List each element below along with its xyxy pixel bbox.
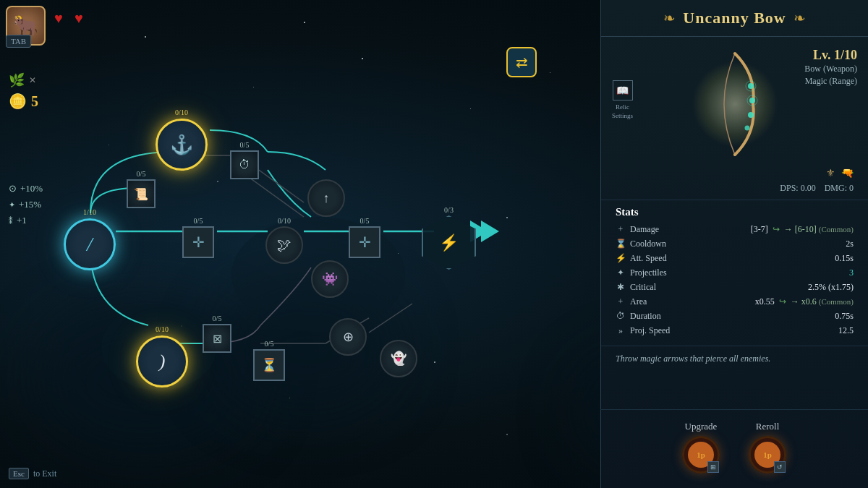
health-bar: ♥ ♥ <box>54 10 90 25</box>
upgrade-button[interactable]: 1p ⊞ <box>682 436 720 474</box>
leaf-currency: 🌿 ✕ <box>9 72 38 88</box>
node-center-cross1-label: 0/5 <box>194 217 203 225</box>
relic-settings-button[interactable]: 📖 RelicSettings <box>612 80 633 120</box>
node-bot-square[interactable]: 0/5 ⊠ <box>203 314 231 353</box>
upgrade-btn-icon: ⊞ <box>707 461 719 473</box>
node-top-clock-square[interactable]: ⏱ <box>230 150 259 179</box>
weapon-icons-row: ⚜ 🔫 <box>601 167 868 179</box>
node-bot-med1[interactable]: ⊕ <box>329 318 367 356</box>
node-center-cross2-square[interactable]: ✛ <box>349 226 380 258</box>
node-bot-square-shape[interactable]: ⊠ <box>203 324 231 353</box>
stat-row-projspeed: » Proj. Speed 12.5 <box>616 325 854 336</box>
ornament-left: ❧ <box>663 9 676 27</box>
node-top-large[interactable]: 0/10 ⚓ <box>156 108 208 171</box>
weapon-icon-1: ⚜ <box>826 167 835 179</box>
node-hex-shape[interactable]: ⚡ <box>422 215 476 270</box>
stat-row-critical: ✱ Critical 2.5% (x1.75) <box>616 282 854 293</box>
node-bot-med2[interactable]: 👻 <box>380 340 417 377</box>
node-center-cross1-square[interactable]: ✛ <box>182 226 214 258</box>
weapon-type: Bow (Weapon) Magic (Range) <box>804 63 857 87</box>
svg-point-16 <box>748 112 754 118</box>
node-bot-large-label: 0/10 <box>156 325 169 333</box>
weapon-icon-2: 🔫 <box>841 167 854 179</box>
stat-area-value: x0.55 <box>755 296 775 307</box>
speed-icon: ✦ <box>9 197 15 213</box>
node-top-large-label: 0/10 <box>175 108 188 116</box>
stat-damage-name: Damage <box>630 224 659 235</box>
node-bot-large-circle[interactable]: ) <box>136 335 188 388</box>
node-bot-large[interactable]: 0/10 ) <box>136 325 188 388</box>
leaf-icon: 🌿 <box>9 72 25 88</box>
currency-area: 🌿 ✕ 🪙 5 <box>9 72 38 114</box>
node-top-arrow-circle[interactable]: ↑ <box>307 179 345 217</box>
node-top-scroll-square[interactable]: 📜 <box>127 179 156 208</box>
stats-section: Stats + Damage [3-7] ↪ → [6-10] (Common)… <box>601 200 868 346</box>
weapon-title: Uncanny Bow <box>683 9 786 27</box>
projspeed-icon: » <box>616 325 626 336</box>
node-top-clock-label: 0/5 <box>240 141 250 149</box>
bottom-buttons: Upgrade 1p ⊞ Reroll 1p ↺ <box>600 409 868 474</box>
esc-hint: Esc to Exit <box>9 468 56 479</box>
node-center-cross2-label: 0/5 <box>360 217 370 225</box>
esc-key[interactable]: Esc <box>9 468 29 479</box>
stat-row-damage: + Damage [3-7] ↪ → [6-10] (Common) <box>616 224 854 235</box>
tab-button[interactable]: TAB <box>6 35 31 48</box>
panel-header: ❧ Uncanny Bow ❧ <box>601 0 868 37</box>
left-panel: 🐂 ♥ ♥ TAB 🌿 ✕ 🪙 5 ⊙ +10% ✦ +15% ⁑ +1 <box>0 0 604 488</box>
critical-icon: ✱ <box>616 282 626 293</box>
node-bot-cross[interactable]: 0/5 ⏳ <box>253 340 285 381</box>
stat-area-name: Area <box>630 296 647 307</box>
reroll-button-group: Reroll 1p ↺ <box>749 421 786 474</box>
node-bot-cross-shape[interactable]: ⏳ <box>253 349 285 381</box>
projectiles-icon: ✦ <box>616 267 626 278</box>
svg-point-15 <box>749 98 755 103</box>
connections-svg <box>43 43 593 463</box>
stat-attspeed-name: Att. Speed <box>630 253 667 264</box>
node-center-cross2[interactable]: 0/5 ✛ <box>349 217 380 258</box>
node-top-large-circle[interactable]: ⚓ <box>156 119 208 171</box>
damage-icon: + <box>616 224 626 235</box>
upgrade-button-group: Upgrade 1p ⊞ <box>682 421 720 474</box>
blob-top-icon: 👾 <box>322 271 338 287</box>
node-top-scroll-label: 0/5 <box>137 170 146 178</box>
svg-point-14 <box>748 83 754 89</box>
reroll-button[interactable]: 1p ↺ <box>749 436 786 474</box>
node-bot-med1-circle[interactable]: ⊕ <box>329 318 367 356</box>
ghost-icon: 👻 <box>391 351 407 367</box>
weapon-stats-mini: DPS: 0.00 DMG: 0 <box>601 183 868 200</box>
weapon-display: 📖 RelicSettings Lv. 1/10 Bow (Weapon) <box>601 37 868 167</box>
stat-projectiles-value: 3 <box>849 267 854 278</box>
reroll-label: Reroll <box>756 421 780 432</box>
stat-projspeed-value: 12.5 <box>838 325 854 336</box>
node-bot-med2-circle[interactable]: 👻 <box>380 340 417 377</box>
node-top-scroll[interactable]: 0/5 📜 <box>127 170 156 208</box>
node-center-cross1[interactable]: 0/5 ✛ <box>182 217 214 258</box>
stat-area-tag: (Common) <box>819 297 854 306</box>
arrow-up-icon: ↑ <box>323 191 330 206</box>
node-bird[interactable]: 0/10 🕊 <box>265 217 303 264</box>
ornament-right: ❧ <box>793 9 806 27</box>
stat-row-cooldown: ⌛ Cooldown 2s <box>616 239 854 249</box>
node-center-large[interactable]: 1/10 / <box>64 208 116 270</box>
node-top-clock[interactable]: 0/5 ⏱ <box>230 141 259 179</box>
stat-projectiles-name: Projectiles <box>630 267 667 278</box>
node-hex[interactable]: 0/3 ⚡ <box>422 206 476 270</box>
eye-icon: ⊕ <box>343 329 354 345</box>
stat-row-projectiles: ✦ Projectiles 3 <box>616 267 854 278</box>
stat-damage-tag: (Common) <box>819 225 854 234</box>
node-bird-circle[interactable]: 🕊 <box>265 226 303 264</box>
node-center-large-circle[interactable]: / <box>64 218 116 270</box>
cross1-icon: ✛ <box>192 234 205 251</box>
node-mid-blob[interactable]: 👾 <box>311 260 349 298</box>
gold-currency: 🪙 5 <box>9 93 38 110</box>
node-top-arrow[interactable]: ↑ <box>307 179 345 217</box>
stat-row-attspeed: ⚡ Att. Speed 0.15s <box>616 253 854 264</box>
bot-square-icon: ⊠ <box>213 332 222 346</box>
bot-large-icon: ) <box>159 351 166 372</box>
weapon-description: Throw magic arrows that pierce all enemi… <box>601 346 868 372</box>
damage-arrow: ↪ <box>773 224 780 234</box>
upgrade-cost: 1p <box>697 450 705 459</box>
node-mid-blob-circle[interactable]: 👾 <box>311 260 349 298</box>
duration-icon: ⏱ <box>616 311 626 322</box>
area-icon: + <box>616 296 626 307</box>
